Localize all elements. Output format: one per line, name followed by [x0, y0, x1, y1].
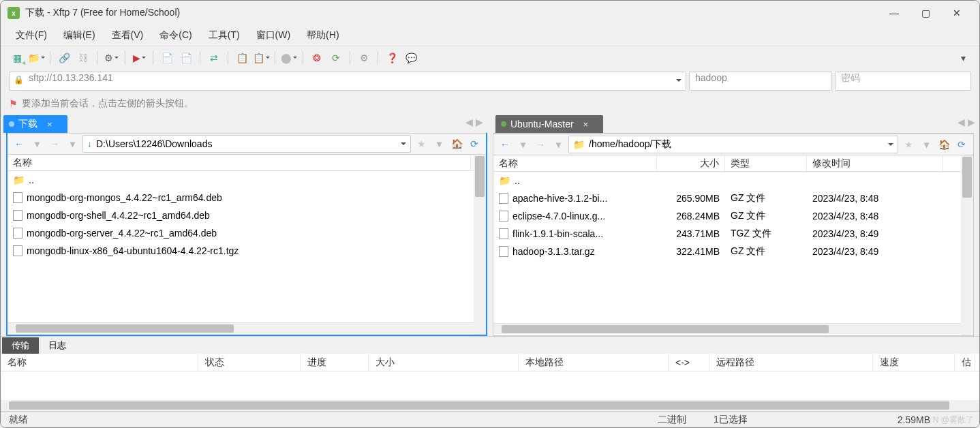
- list-item[interactable]: flink-1.9.1-bin-scala... 243.71MB TGZ 文件…: [493, 225, 973, 243]
- unlink-icon[interactable]: ⛓: [75, 50, 91, 66]
- tcol-localpath[interactable]: 本地路径: [519, 354, 669, 371]
- tcol-size[interactable]: 大小: [369, 354, 519, 371]
- doc2-icon[interactable]: 📄: [178, 50, 194, 66]
- stop-icon[interactable]: ⬤: [281, 50, 297, 66]
- scroll-thumb[interactable]: [475, 156, 485, 197]
- menu-view[interactable]: 查看(V): [105, 27, 151, 44]
- back-dropdown[interactable]: ▾: [515, 137, 530, 152]
- tcol-name[interactable]: 名称: [1, 354, 198, 371]
- password-field[interactable]: 密码: [835, 72, 971, 91]
- star-icon[interactable]: ★: [901, 137, 916, 152]
- transfer-list[interactable]: [1, 371, 979, 400]
- chevron-down-icon[interactable]: [676, 79, 682, 85]
- refresh-icon[interactable]: ⟳: [467, 136, 482, 151]
- home-icon[interactable]: 🏠: [449, 136, 464, 151]
- doc-icon[interactable]: 📄: [159, 50, 175, 66]
- arrow-left-icon[interactable]: ◀: [958, 117, 965, 127]
- right-path-field[interactable]: 📁 /home/hadoop/下载: [568, 136, 898, 153]
- chat-icon[interactable]: 💬: [403, 50, 419, 66]
- new-session-icon[interactable]: ▦+: [9, 50, 25, 66]
- back-dropdown[interactable]: ▾: [29, 136, 44, 151]
- star-icon[interactable]: ★: [414, 136, 429, 151]
- settings-icon[interactable]: ⚙: [103, 50, 119, 66]
- tab-transfer[interactable]: 传输: [2, 337, 39, 354]
- forward-button[interactable]: →: [533, 137, 548, 152]
- close-icon[interactable]: ×: [47, 119, 52, 129]
- parent-folder[interactable]: 📁..: [493, 172, 973, 189]
- tcol-status[interactable]: 状态: [198, 354, 301, 371]
- chevron-down-icon[interactable]: [888, 143, 893, 149]
- refresh-icon[interactable]: ⟳: [954, 137, 969, 152]
- h-scrollbar[interactable]: [7, 322, 486, 333]
- back-button[interactable]: ←: [497, 137, 512, 152]
- close-button[interactable]: ✕: [941, 2, 973, 24]
- swap-icon[interactable]: ⇄: [206, 50, 222, 66]
- tcol-est[interactable]: 估: [955, 354, 975, 371]
- h-scrollbar[interactable]: [493, 323, 973, 334]
- play-icon[interactable]: ▶: [131, 50, 147, 66]
- tcol-remotepath[interactable]: 远程路径: [709, 354, 873, 371]
- list-item[interactable]: mongodb-org-server_4.4.22~rc1_amd64.deb: [7, 224, 486, 242]
- scroll-thumb[interactable]: [962, 157, 972, 198]
- refresh-icon[interactable]: ⟳: [328, 50, 344, 66]
- tab-local-downloads[interactable]: 下载 ×: [3, 115, 67, 133]
- col-type[interactable]: 类型: [725, 155, 807, 171]
- list-item[interactable]: hadoop-3.1.3.tar.gz 322.41MB GZ 文件 2023/…: [493, 243, 973, 260]
- arrow-right-icon[interactable]: ▶: [476, 117, 483, 127]
- menu-edit[interactable]: 编辑(E): [57, 27, 102, 44]
- parent-folder[interactable]: 📁..: [7, 171, 486, 189]
- scroll-thumb[interactable]: [16, 324, 234, 333]
- open-session-icon[interactable]: 📁: [28, 50, 44, 66]
- chevron-down-icon[interactable]: [401, 142, 406, 148]
- copy-icon[interactable]: 📋: [253, 50, 269, 66]
- transfer-h-scrollbar[interactable]: [1, 400, 979, 411]
- username-field[interactable]: hadoop: [689, 72, 832, 91]
- list-item[interactable]: mongodb-linux-x86_64-ubuntu1604-4.4.22-r…: [7, 242, 486, 260]
- arrow-right-icon[interactable]: ▶: [968, 117, 975, 127]
- arrow-left-icon[interactable]: ◀: [465, 117, 473, 127]
- back-button[interactable]: ←: [12, 136, 27, 151]
- menu-tools[interactable]: 工具(T): [202, 27, 247, 44]
- overflow-icon[interactable]: ▾: [955, 50, 971, 66]
- scroll-thumb[interactable]: [502, 325, 829, 333]
- left-file-list[interactable]: 📁.. mongodb-org-mongos_4.4.22~rc1_arm64.…: [7, 171, 486, 322]
- maximize-button[interactable]: ▢: [910, 2, 941, 24]
- forward-dropdown[interactable]: ▾: [551, 137, 566, 152]
- col-mtime[interactable]: 修改时间: [807, 155, 943, 171]
- menu-command[interactable]: 命令(C): [153, 27, 198, 44]
- list-item[interactable]: eclipse-4.7.0-linux.g... 268.24MB GZ 文件 …: [493, 207, 973, 225]
- tcol-speed[interactable]: 速度: [873, 354, 955, 371]
- list-item[interactable]: apache-hive-3.1.2-bi... 265.90MB GZ 文件 2…: [493, 189, 973, 207]
- star-dropdown[interactable]: ▾: [431, 136, 446, 151]
- gear-icon[interactable]: ⚙: [356, 50, 372, 66]
- link-icon[interactable]: 🔗: [56, 50, 72, 66]
- menu-help[interactable]: 帮助(H): [300, 27, 346, 44]
- clipboard-icon[interactable]: 📋: [234, 50, 250, 66]
- col-name[interactable]: 名称: [7, 155, 471, 170]
- swirl-icon[interactable]: ❂: [309, 50, 325, 66]
- menu-window[interactable]: 窗口(W): [249, 27, 298, 44]
- tab-log[interactable]: 日志: [39, 337, 76, 354]
- list-item[interactable]: mongodb-org-mongos_4.4.22~rc1_arm64.deb: [7, 189, 486, 207]
- menu-file[interactable]: 文件(F): [9, 27, 54, 44]
- tab-remote-ubuntu[interactable]: Ubuntu-Master ×: [495, 115, 603, 133]
- col-name[interactable]: 名称: [493, 155, 657, 171]
- right-file-list[interactable]: 📁.. apache-hive-3.1.2-bi... 265.90MB GZ …: [493, 172, 973, 323]
- help-icon[interactable]: ❓: [384, 50, 400, 66]
- left-path-field[interactable]: ↓ D:\Users\12246\Downloads: [82, 135, 411, 153]
- scroll-thumb[interactable]: [9, 401, 949, 410]
- v-scrollbar[interactable]: [961, 155, 973, 335]
- forward-button[interactable]: →: [47, 136, 62, 151]
- minimize-button[interactable]: —: [878, 2, 910, 24]
- list-item[interactable]: mongodb-org-shell_4.4.22~rc1_amd64.deb: [7, 207, 486, 224]
- star-dropdown[interactable]: ▾: [919, 137, 934, 152]
- status-dot-icon: [501, 121, 506, 127]
- close-icon[interactable]: ×: [583, 119, 589, 129]
- col-size[interactable]: 大小: [657, 155, 725, 171]
- forward-dropdown[interactable]: ▾: [65, 136, 80, 151]
- tcol-progress[interactable]: 进度: [301, 354, 369, 371]
- url-field[interactable]: sftp://10.13.236.141: [9, 72, 686, 91]
- tcol-direction[interactable]: <->: [669, 354, 709, 371]
- v-scrollbar[interactable]: [474, 155, 486, 335]
- home-icon[interactable]: 🏠: [936, 137, 951, 152]
